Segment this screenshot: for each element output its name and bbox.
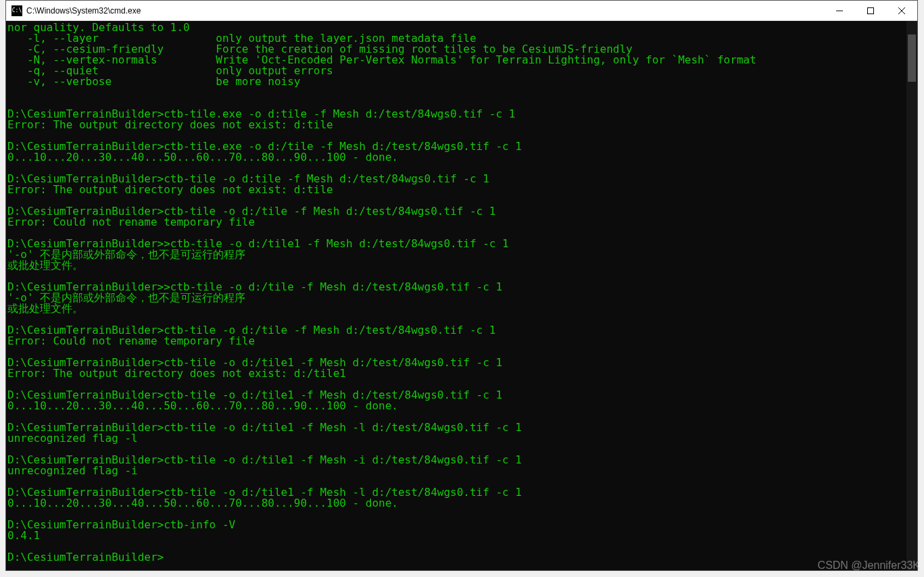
window-controls: [824, 1, 917, 20]
svg-rect-1: [868, 7, 874, 14]
terminal-line: Error: The output directory does not exi…: [7, 184, 906, 195]
close-button[interactable]: [886, 1, 917, 20]
scrollbar-thumb[interactable]: [908, 34, 916, 82]
terminal-line: Error: Could not rename temporary file: [7, 217, 906, 228]
terminal-line: D:\CesiumTerrainBuilder>ctb-tile -o d:/t…: [7, 422, 906, 433]
terminal-line: Error: Could not rename temporary file: [7, 336, 906, 347]
vertical-scrollbar[interactable]: [906, 21, 917, 570]
terminal-output[interactable]: nor quality. Defaults to 1.0 -l, --layer…: [6, 21, 906, 570]
terminal-line: D:\CesiumTerrainBuilder>ctb-info -V: [7, 520, 906, 530]
close-icon: [898, 7, 905, 14]
terminal-line: '-o' 不是内部或外部命令，也不是可运行的程序: [7, 249, 906, 260]
minimize-button[interactable]: [824, 1, 855, 20]
terminal-area[interactable]: nor quality. Defaults to 1.0 -l, --layer…: [6, 21, 917, 570]
terminal-line: '-o' 不是内部或外部命令，也不是可运行的程序: [7, 293, 906, 303]
maximize-icon: [867, 7, 874, 14]
terminal-line: 0.4.1: [7, 530, 906, 541]
terminal-line: -v, --verbose be more noisy: [7, 76, 906, 87]
terminal-line: unrecognized flag -i: [7, 466, 906, 476]
cmd-window: C:\ C:\Windows\System32\cmd.exe nor qual…: [5, 0, 918, 571]
cmd-icon: C:\: [11, 5, 22, 16]
terminal-line: D:\CesiumTerrainBuilder>ctb-tile -o d:/t…: [7, 455, 906, 466]
terminal-line: D:\CesiumTerrainBuilder>: [7, 552, 906, 563]
titlebar[interactable]: C:\ C:\Windows\System32\cmd.exe: [6, 1, 917, 21]
terminal-line: 0...10...20...30...40...50...60...70...8…: [7, 498, 906, 509]
terminal-line: 0...10...20...30...40...50...60...70...8…: [7, 152, 906, 163]
terminal-line: Error: The output directory does not exi…: [7, 368, 906, 379]
terminal-line: [7, 87, 906, 98]
window-title: C:\Windows\System32\cmd.exe: [26, 6, 824, 16]
maximize-button[interactable]: [855, 1, 886, 20]
terminal-line: 0...10...20...30...40...50...60...70...8…: [7, 401, 906, 411]
terminal-line: Error: The output directory does not exi…: [7, 120, 906, 130]
terminal-line: 或批处理文件。: [7, 260, 906, 271]
minimize-icon: [836, 7, 843, 14]
terminal-line: unrecognized flag -l: [7, 433, 906, 444]
terminal-line: 或批处理文件。: [7, 303, 906, 314]
